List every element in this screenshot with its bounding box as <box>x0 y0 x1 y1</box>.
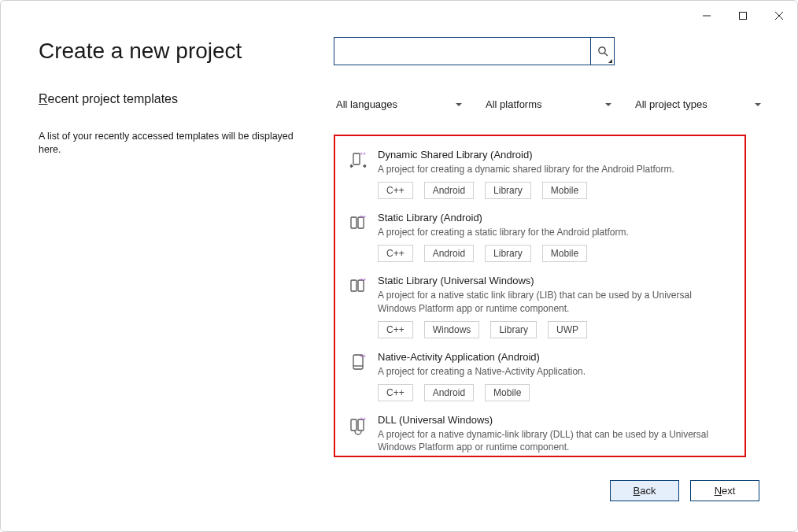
template-description: A project for a native static link libra… <box>378 289 732 314</box>
filter-type-label: All project types <box>635 98 707 110</box>
template-tag: Android <box>424 245 474 262</box>
template-title: Static Library (Android) <box>378 212 732 224</box>
next-button[interactable]: Next <box>690 480 759 501</box>
svg-text:++: ++ <box>360 353 366 359</box>
static-lib-uwp-icon: ++ <box>348 275 370 338</box>
minimize-button[interactable] <box>689 3 725 28</box>
search-box[interactable] <box>334 37 615 65</box>
template-tag: C++ <box>378 245 413 262</box>
filter-platform[interactable]: All platforms <box>486 98 611 110</box>
template-item[interactable]: ++Static Library (Universal Windows)A pr… <box>343 272 737 342</box>
template-tag: Mobile <box>485 384 530 401</box>
template-tag: UWP <box>548 321 587 338</box>
template-tag: Library <box>485 182 531 199</box>
svg-text:++: ++ <box>360 416 366 422</box>
svg-rect-6 <box>353 153 360 164</box>
svg-rect-8 <box>351 217 357 228</box>
search-button[interactable] <box>590 38 614 65</box>
templates-list: ++Dynamic Shared Library (Android)A proj… <box>334 135 746 457</box>
dll-uwp-icon: ++ <box>348 414 370 457</box>
svg-rect-1 <box>740 13 747 20</box>
recent-templates-heading: Recent project templates <box>39 92 306 106</box>
template-item[interactable]: ++Native-Activity Application (Android)A… <box>343 348 737 406</box>
template-description: A project for creating a Native-Activity… <box>378 365 732 378</box>
chevron-down-icon <box>605 103 611 106</box>
template-description: A project for creating a static library … <box>378 226 732 238</box>
template-tags: C++AndroidLibraryMobile <box>378 182 732 199</box>
template-description: A project for creating a dynamic shared … <box>378 163 732 175</box>
template-tag: Library <box>490 321 537 338</box>
template-title: Static Library (Universal Windows) <box>378 275 732 286</box>
template-tag: Mobile <box>542 182 587 199</box>
template-title: Dynamic Shared Library (Android) <box>378 149 732 161</box>
svg-text:++: ++ <box>360 214 366 220</box>
template-tag: Windows <box>424 321 480 338</box>
dynamic-lib-icon: ++ <box>348 149 370 199</box>
static-lib-icon: ++ <box>348 212 370 262</box>
template-tag: Android <box>424 384 474 401</box>
svg-rect-11 <box>351 280 357 291</box>
template-tags: C++WindowsLibraryUWP <box>378 321 732 338</box>
filter-language[interactable]: All languages <box>336 98 462 110</box>
template-tags: C++AndroidMobile <box>378 384 732 401</box>
template-description: A project for a native dynamic-link libr… <box>378 428 732 453</box>
template-item[interactable]: ++Dynamic Shared Library (Android)A proj… <box>343 146 737 204</box>
template-title: Native-Activity Application (Android) <box>378 351 732 363</box>
recent-templates-description: A list of your recently accessed templat… <box>39 130 306 157</box>
template-tag: Android <box>424 182 474 199</box>
template-tag: Mobile <box>542 245 587 262</box>
template-tag: C++ <box>378 321 413 338</box>
native-activity-icon: ++ <box>348 351 370 401</box>
svg-point-4 <box>598 47 604 54</box>
page-title: Create a new project <box>39 39 334 64</box>
template-tag: Library <box>485 245 531 262</box>
svg-rect-17 <box>351 419 357 430</box>
svg-line-5 <box>604 53 608 56</box>
template-tags: C++AndroidLibraryMobile <box>378 245 732 262</box>
recent-templates-panel: Recent project templates A list of your … <box>39 92 306 157</box>
filter-platform-label: All platforms <box>486 98 542 110</box>
template-title: DLL (Universal Windows) <box>378 414 732 426</box>
filter-language-label: All languages <box>336 98 397 110</box>
dropdown-triangle-icon <box>608 59 612 63</box>
chevron-down-icon <box>755 103 761 106</box>
svg-text:++: ++ <box>360 277 366 283</box>
chevron-down-icon <box>456 103 462 106</box>
svg-text:++: ++ <box>360 151 366 157</box>
filter-type[interactable]: All project types <box>635 98 761 110</box>
template-item[interactable]: ++DLL (Universal Windows)A project for a… <box>343 411 737 457</box>
maximize-button[interactable] <box>725 3 761 28</box>
close-button[interactable] <box>761 3 797 28</box>
window-titlebar <box>1 1 797 31</box>
search-icon <box>597 46 608 57</box>
template-tag: C++ <box>378 182 413 199</box>
back-button[interactable]: Back <box>610 480 679 501</box>
template-item[interactable]: ++Static Library (Android)A project for … <box>343 209 737 267</box>
template-tag: C++ <box>378 384 413 401</box>
search-input[interactable] <box>334 38 590 65</box>
